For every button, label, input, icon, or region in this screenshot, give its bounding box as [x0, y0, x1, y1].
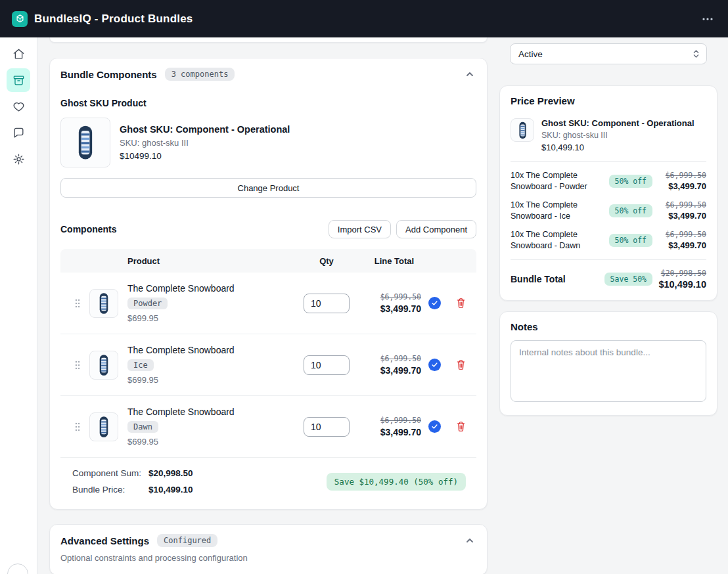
components-table: Product Qty Line Total The Complete Snow…: [60, 249, 476, 458]
product-thumbnail: [89, 289, 118, 318]
savings-badge: Save $10,499.40 (50% off): [327, 473, 466, 491]
notes-title: Notes: [511, 321, 706, 332]
notes-card: Notes: [499, 311, 717, 416]
preview-product-price: $10,499.10: [541, 143, 694, 152]
preview-item-price: $3,499.70: [668, 211, 706, 221]
column-header-qty: Qty: [295, 256, 358, 266]
included-check-icon[interactable]: [428, 359, 441, 371]
ghost-product-image: [60, 118, 110, 167]
change-product-button[interactable]: Change Product: [60, 178, 476, 198]
unit-price: $699.95: [127, 313, 158, 323]
qty-input[interactable]: [304, 417, 350, 437]
preview-item-original: $6,999.50: [666, 200, 706, 210]
advanced-settings-card: Advanced Settings Configured Optional co…: [49, 524, 488, 574]
preview-product-sku: SKU: ghost-sku III: [541, 131, 694, 140]
app-identity: BundlesIQ - Product Bundles: [12, 11, 193, 27]
included-check-icon[interactable]: [428, 297, 441, 309]
line-total: $3,499.70: [380, 303, 421, 314]
sidebar-item-comments[interactable]: [7, 121, 30, 144]
app-logo-icon: [12, 11, 28, 27]
overflow-menu-icon[interactable]: [699, 14, 716, 24]
drag-handle[interactable]: [66, 298, 89, 309]
select-chevrons-icon: [692, 49, 700, 59]
drag-handle[interactable]: [66, 360, 89, 370]
notes-textarea[interactable]: [511, 340, 706, 402]
home-icon: [12, 48, 25, 60]
right-panel: Active Price Preview Ghost SKU: Componen…: [499, 43, 717, 416]
page-title: BundlesIQ - Product Bundles: [34, 12, 193, 26]
original-line-total: $6,999.50: [380, 416, 421, 425]
component-row: The Complete Snowboard Ice $699.95 $6,99…: [60, 334, 476, 396]
line-total: $3,499.70: [380, 365, 421, 376]
column-header-product: Product: [127, 256, 295, 266]
bundles-icon: [12, 74, 25, 87]
product-thumbnail: [89, 412, 118, 441]
app-header: BundlesIQ - Product Bundles: [0, 0, 728, 37]
bundle-total-original: $20,998.50: [661, 269, 706, 278]
discount-badge: 50% off: [609, 175, 652, 188]
discount-badge: 50% off: [609, 234, 652, 247]
preview-item-price: $3,499.70: [668, 181, 706, 191]
bundle-components-card: Bundle Components 3 components Ghost SKU…: [49, 58, 488, 510]
preview-item-price: $3,499.70: [668, 240, 706, 250]
product-thumbnail: [89, 351, 118, 380]
preview-line-item: 10x The Complete Snowboard - Ice 50% off…: [511, 200, 706, 221]
bundle-price-value: $10,499.10: [148, 485, 193, 495]
bundle-total-row: Bundle Total Save 50% $20,998.50 $10,499…: [511, 269, 706, 290]
bundle-components-title: Bundle Components: [60, 69, 157, 80]
preview-item-original: $6,999.50: [666, 230, 706, 239]
gear-icon: [12, 153, 25, 166]
sidebar-item-home[interactable]: [7, 42, 30, 66]
divider: [511, 161, 706, 162]
components-heading: Components: [60, 224, 117, 234]
preview-line-item: 10x The Complete Snowboard - Powder 50% …: [511, 170, 706, 192]
save-percent-badge: Save 50%: [604, 273, 652, 286]
component-row: The Complete Snowboard Powder $699.95 $6…: [60, 273, 476, 334]
preview-item-label: 10x The Complete Snowboard - Dawn: [511, 229, 609, 251]
bundle-total-label: Bundle Total: [511, 274, 604, 284]
delete-component-button[interactable]: [447, 359, 474, 370]
preview-line-item: 10x The Complete Snowboard - Dawn 50% of…: [511, 229, 706, 251]
qty-input[interactable]: [304, 294, 350, 313]
preview-product-title: Ghost SKU: Component - Operational: [541, 118, 694, 128]
preview-item-label: 10x The Complete Snowboard - Powder: [511, 170, 609, 192]
product-title: The Complete Snowboard: [127, 283, 235, 294]
price-preview-card: Price Preview Ghost SKU: Component - Ope…: [499, 85, 717, 301]
preview-item-original: $6,999.50: [666, 171, 706, 180]
included-check-icon[interactable]: [428, 420, 441, 433]
price-preview-title: Price Preview: [511, 95, 706, 106]
ghost-sku-label: Ghost SKU Product: [60, 98, 476, 108]
import-csv-button[interactable]: Import CSV: [329, 220, 391, 238]
component-row: The Complete Snowboard Dawn $699.95 $6,9…: [60, 396, 476, 458]
preview-product: Ghost SKU: Component - Operational SKU: …: [511, 118, 706, 152]
ghost-product: Ghost SKU: Component - Operational SKU: …: [60, 118, 476, 167]
product-title: The Complete Snowboard: [127, 345, 235, 355]
drag-handle[interactable]: [66, 422, 89, 432]
collapse-chevron-icon[interactable]: [463, 68, 476, 81]
variant-badge: Dawn: [127, 421, 158, 433]
sidebar: [0, 37, 37, 574]
component-sum-value: $20,998.50: [148, 468, 193, 478]
unit-price: $699.95: [127, 437, 158, 447]
column-header-line-total: Line Total: [358, 256, 430, 266]
variant-badge: Ice: [127, 359, 154, 371]
bundle-summary: Component Sum: $20,998.50 Bundle Price: …: [60, 458, 476, 500]
sidebar-item-settings[interactable]: [7, 147, 30, 171]
divider: [511, 259, 706, 260]
sidebar-item-favorites[interactable]: [7, 95, 30, 118]
heart-icon: [12, 100, 25, 113]
unit-price: $699.95: [127, 375, 158, 385]
qty-input[interactable]: [304, 355, 350, 375]
main-content: Bundle Components 3 components Ghost SKU…: [49, 37, 488, 574]
product-title: The Complete Snowboard: [127, 407, 235, 417]
delete-component-button[interactable]: [447, 298, 474, 309]
preview-item-label: 10x The Complete Snowboard - Ice: [511, 200, 609, 221]
status-select[interactable]: Active: [510, 43, 707, 64]
sidebar-item-bundles[interactable]: [7, 68, 30, 92]
previous-card-edge: [49, 37, 488, 43]
components-count-badge: 3 components: [165, 68, 235, 81]
delete-component-button[interactable]: [447, 421, 474, 432]
collapse-chevron-icon[interactable]: [463, 534, 476, 547]
status-select-value: Active: [518, 49, 543, 59]
add-component-button[interactable]: Add Component: [396, 220, 476, 238]
